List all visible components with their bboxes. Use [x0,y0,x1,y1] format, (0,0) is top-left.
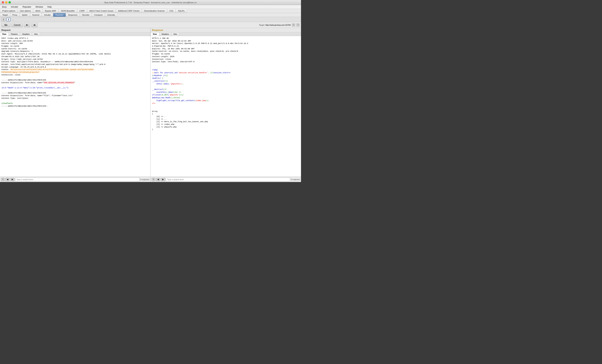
forward-button[interactable]: | ▶ [31,23,38,27]
toolbar-alerts[interactable]: Alerts [33,9,43,13]
tab-spider[interactable]: Spider [20,13,30,17]
toolbar-add-track-custom[interactable]: Add & Track Custom Issues [87,9,116,13]
tab-decoder[interactable]: Decoder [80,13,92,17]
request-search-next[interactable]: ▶ [10,178,15,181]
tab-num-1[interactable]: 1 [1,18,6,21]
response-tab-hex[interactable]: Hex [171,32,179,36]
tab-num-2[interactable]: 2 [6,18,11,21]
response-search-prev[interactable]: ◀ [156,178,160,181]
target-url: http://web.jarvisoj.com:32784 [265,24,290,26]
toolbar-row2: Target Proxy Spider Scanner Intruder Rep… [0,13,301,17]
response-search-matches: 0 matches [291,178,300,181]
request-tabs: Raw Params Headers Hex [0,32,150,36]
go-button[interactable]: Go [1,23,11,27]
toolbar-json-beautifier[interactable]: JSON Beautifier [59,9,77,13]
response-search-help[interactable]: ? [152,178,155,181]
response-tab-headers[interactable]: Headers [159,32,171,36]
action-row: Go Cancel ◀ | | ▶ Target: http://web.jar… [0,22,301,28]
menu-burp[interactable]: Burp [1,5,7,9]
tab-repeater[interactable]: Repeater [53,13,66,17]
toolbar-deserialization[interactable]: Deserialization Scanner [142,9,167,13]
request-search-bar: ? ◀ ▶ 0 matches [0,176,150,182]
toolbar-project-options[interactable]: Project options [0,9,18,13]
tab-intruder[interactable]: Intruder [42,13,53,17]
response-search-bar: ? ◀ ▶ 0 matches [150,176,301,182]
request-search-help[interactable]: ? [1,178,5,181]
request-content: POST /index.php HTTP/1.1 Host: web.jarvi… [0,36,150,176]
tab-extender[interactable]: Extender [105,13,118,17]
tab-sequencer[interactable]: Sequencer [66,13,80,17]
target-label-text: Target: [259,24,265,26]
window-title: Burp Suite Professional v1.7.26 - Tempor… [105,1,196,4]
request-tab-headers[interactable]: Headers [20,32,32,36]
request-search-input[interactable] [15,178,140,182]
title-bar: Burp Suite Professional v1.7.26 - Tempor… [0,0,301,5]
request-tab-params[interactable]: Params [9,32,20,36]
response-search-input[interactable] [166,178,290,182]
cancel-button[interactable]: Cancel [11,23,23,27]
response-content: HTTP/1.1 200 OK Date: Sun, 08 Apr 2018 0… [150,36,301,176]
tab-target[interactable]: Target [0,13,10,17]
toolbar-user-options[interactable]: User options [18,9,33,13]
menu-bar: Burp Intruder Repeater Window Help [0,5,301,9]
toolbar-csrf[interactable]: CSRF [77,9,87,13]
minimize-button[interactable] [5,1,7,4]
request-tab-hex[interactable]: Hex [32,32,40,36]
request-search-prev[interactable]: ◀ [5,178,10,181]
toolbar-bypass-waf[interactable]: Bypass WAF [43,9,59,13]
toolbar-sqlipy[interactable]: SQLiPy [176,9,187,13]
menu-window[interactable]: Window [35,5,44,9]
menu-repeater[interactable]: Repeater [22,5,32,9]
request-panel: Request Raw Params Headers Hex POST /ind… [0,28,150,182]
request-search-matches: 0 matches [140,178,149,181]
response-search-next[interactable]: ▶ [161,178,165,181]
window-controls[interactable] [2,1,11,4]
main-content: Request Raw Params Headers Hex POST /ind… [0,28,301,182]
tab-comparer[interactable]: Comparer [92,13,105,17]
tab-scanner[interactable]: Scanner [30,13,42,17]
toolbar-co2[interactable]: CO2 [167,9,176,13]
edit-target-icon[interactable]: ✎ [292,23,295,27]
menu-intruder[interactable]: Intruder [10,5,19,9]
request-tab-raw[interactable]: Raw [0,32,9,36]
tab-proxy[interactable]: Proxy [10,13,20,17]
response-tabs: Raw Headers Hex [150,32,301,36]
maximize-button[interactable] [9,1,11,4]
response-panel: Response Raw Headers Hex HTTP/1.1 200 OK… [150,28,301,182]
toolbar-row1: Project options User options Alerts Bypa… [0,9,301,13]
target-label: Target: http://web.jarvisoj.com:32784 ✎ … [259,23,300,27]
menu-help[interactable]: Help [47,5,53,9]
tab-number-row: 1 2 ... [0,17,301,22]
response-title: Response [150,28,301,32]
back-button[interactable]: ◀ | [24,23,30,27]
response-tab-raw[interactable]: Raw [150,32,159,36]
help-target-icon[interactable]: ? [296,23,300,27]
request-title: Request [0,28,150,32]
toolbar-additional-csrf[interactable]: Additional CSRF Checks [116,9,142,13]
tab-more[interactable]: ... [11,18,15,21]
close-button[interactable] [2,1,4,4]
